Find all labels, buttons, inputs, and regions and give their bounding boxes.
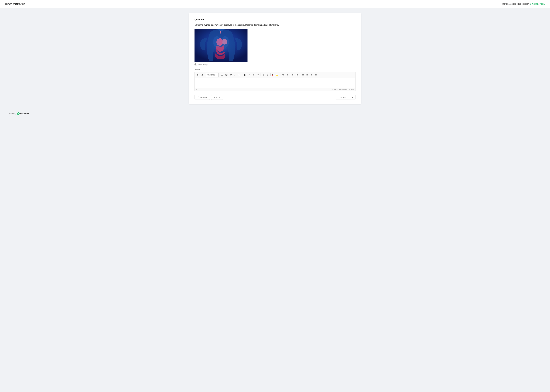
main-content: Question 1/1 Name the human body system … xyxy=(182,8,368,109)
paragraph-selector[interactable]: Paragraph xyxy=(206,73,219,77)
bold-button[interactable]: B xyxy=(243,73,247,77)
svg-point-27 xyxy=(296,75,296,75)
rich-text-editor: Paragraph √ xyxy=(195,72,355,91)
ordered-list-button[interactable]: 1. xyxy=(291,73,295,77)
special-chars-button[interactable]: Ω xyxy=(261,73,265,77)
anatomy-image xyxy=(195,29,248,62)
question-selector[interactable]: Question 1 xyxy=(336,95,355,100)
svg-rect-15 xyxy=(276,76,278,76)
question-label: Question 1/1 xyxy=(195,18,355,21)
timer-label: Time for answering the question: 0 h 2 m… xyxy=(501,3,545,5)
insert-code-button[interactable] xyxy=(237,73,241,77)
svg-text:A: A xyxy=(276,74,278,76)
editor-toolbar: Paragraph √ xyxy=(195,72,355,78)
question-text: Name the human body system displayed in … xyxy=(195,23,355,27)
superscript-button[interactable]: X2 xyxy=(256,73,260,77)
svg-text:A: A xyxy=(272,74,273,76)
undo-button[interactable] xyxy=(196,73,200,77)
header: Human anatomy test Time for answering th… xyxy=(0,0,550,8)
align-center-button[interactable] xyxy=(305,73,309,77)
zoom-label: Zoom image xyxy=(198,63,208,66)
image-container: Zoom image xyxy=(195,29,355,66)
editor-footer: P 0 WORDS POWERED BY TINY xyxy=(195,88,355,91)
outdent-button[interactable] xyxy=(281,73,285,77)
insert-video-button[interactable] xyxy=(224,73,229,77)
svg-text:1.: 1. xyxy=(292,74,292,75)
svg-point-3 xyxy=(222,36,229,48)
separator-6 xyxy=(280,73,280,76)
font-color-button[interactable]: A xyxy=(271,73,275,77)
highlight-button[interactable]: A xyxy=(276,73,279,77)
question-card: Question 1/1 Name the human body system … xyxy=(189,13,361,104)
svg-point-28 xyxy=(296,75,296,76)
insert-math-button[interactable]: √ xyxy=(233,73,237,77)
anatomy-svg xyxy=(195,29,248,62)
testportal-logo-icon xyxy=(17,112,20,115)
svg-rect-13 xyxy=(272,76,273,76)
navigation-footer: Previous Next Question 1 xyxy=(195,95,355,100)
align-right-button[interactable] xyxy=(310,73,313,77)
svg-point-2 xyxy=(213,36,220,48)
testportal-logo: testportal xyxy=(17,112,29,115)
nav-buttons: Previous Next xyxy=(195,95,223,100)
italic-button[interactable]: I xyxy=(247,73,251,77)
emoji-button[interactable]: ☺ xyxy=(266,73,270,77)
timer-value: 0 h 2 min. 0 sec. xyxy=(530,3,545,5)
next-button[interactable]: Next xyxy=(211,95,223,100)
app-title: Human anatomy test xyxy=(5,3,25,5)
zoom-image-link[interactable]: Zoom image xyxy=(195,63,208,66)
svg-text:√: √ xyxy=(234,74,235,76)
align-left-button[interactable] xyxy=(301,73,305,77)
indent-button[interactable] xyxy=(285,73,289,77)
svg-point-26 xyxy=(296,74,296,75)
word-count-info: 0 WORDS POWERED BY TINY xyxy=(330,89,354,90)
previous-button[interactable]: Previous xyxy=(195,95,210,100)
paragraph-indicator: P xyxy=(196,89,197,90)
svg-rect-8 xyxy=(221,74,223,76)
redo-button[interactable] xyxy=(200,73,204,77)
svg-rect-10 xyxy=(226,74,227,76)
svg-line-5 xyxy=(196,65,196,65)
zoom-icon xyxy=(195,63,197,66)
unordered-list-button[interactable] xyxy=(295,73,299,77)
separator-8 xyxy=(300,73,300,76)
insert-image-button[interactable] xyxy=(220,73,224,77)
answer-textarea[interactable] xyxy=(195,78,355,88)
align-justify-button[interactable] xyxy=(314,73,318,77)
separator-7 xyxy=(290,73,290,76)
insert-link-button[interactable] xyxy=(229,73,233,77)
separator-3 xyxy=(242,73,242,76)
subscript-button[interactable]: X2 xyxy=(251,73,256,77)
page-footer: Powered by testportal xyxy=(0,109,550,118)
answer-label: Answer xyxy=(195,68,355,70)
